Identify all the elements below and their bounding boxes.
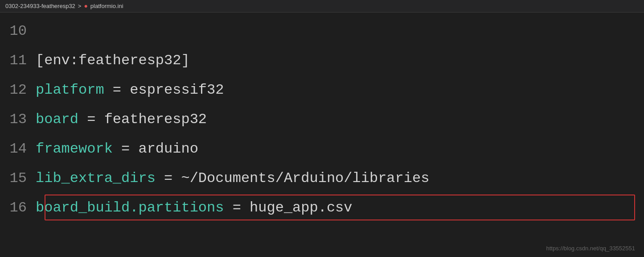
line-content-14: framework = arduino: [36, 141, 644, 157]
code-line-11: 11 [env:featheresp32]: [0, 46, 644, 75]
code-line-10: 10: [0, 16, 644, 46]
breadcrumb-separator: >: [78, 3, 82, 9]
line-number-13: 13: [0, 111, 36, 128]
keyword-framework: framework: [36, 141, 113, 157]
keyword-board-build-partitions: board_build.partitions: [36, 199, 224, 216]
line-content-11: [env:featheresp32]: [36, 52, 644, 69]
breadcrumb-project: 0302-234933-featheresp32: [5, 3, 75, 9]
line-number-11: 11: [0, 52, 36, 69]
breadcrumb-filename: platformio.ini: [90, 3, 123, 9]
line-content-13: board = featheresp32: [36, 111, 644, 128]
editor-area: 10 11 [env:featheresp32] 12 platform = e…: [0, 12, 644, 226]
line-content-15: lib_extra_dirs = ~/Documents/Arduino/lib…: [36, 170, 644, 187]
code-line-13: 13 board = featheresp32: [0, 104, 644, 134]
value-framework: = arduino: [113, 141, 198, 157]
code-line-15: 15 lib_extra_dirs = ~/Documents/Arduino/…: [0, 163, 644, 193]
value-board: = featheresp32: [78, 111, 207, 128]
value-board-build-partitions: = huge_app.csv: [224, 199, 352, 216]
value-lib-extra-dirs: = ~/Documents/Arduino/libraries: [156, 170, 430, 187]
code-line-14: 14 framework = arduino: [0, 134, 644, 163]
line-number-10: 10: [0, 23, 36, 39]
keyword-platform: platform: [36, 82, 104, 98]
line-number-16: 16: [0, 199, 36, 216]
line-number-15: 15: [0, 170, 36, 187]
line-number-12: 12: [0, 82, 36, 98]
keyword-board: board: [36, 111, 78, 128]
keyword-lib-extra-dirs: lib_extra_dirs: [36, 170, 156, 187]
file-icon: ●: [84, 3, 87, 10]
line-content-12: platform = espressif32: [36, 82, 644, 98]
url-watermark: https://blog.csdn.net/qq_33552551: [546, 245, 636, 252]
line-content-16: board_build.partitions = huge_app.csv: [36, 199, 644, 216]
value-platform: = espressif32: [104, 82, 224, 98]
code-line-12: 12 platform = espressif32: [0, 75, 644, 104]
code-line-16-wrapper: 16 board_build.partitions = huge_app.csv: [0, 193, 644, 222]
breadcrumb-bar: 0302-234933-featheresp32 > ● platformio.…: [0, 0, 644, 12]
line-number-14: 14: [0, 141, 36, 157]
